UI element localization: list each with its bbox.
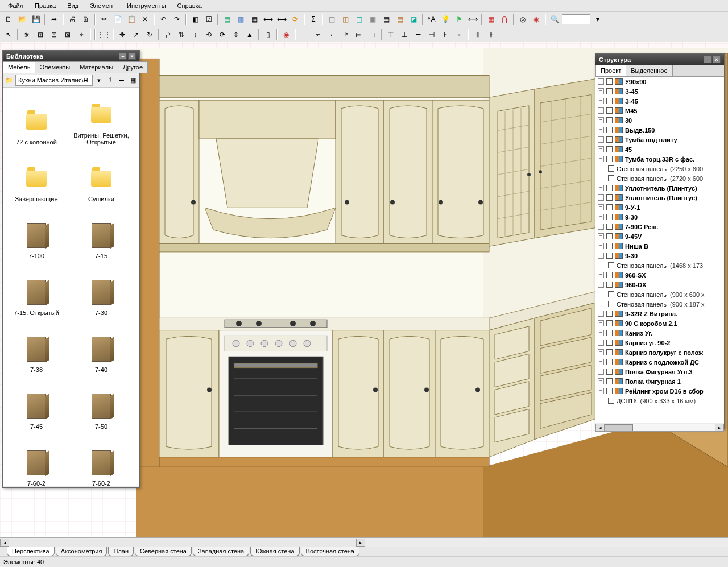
snap-icon[interactable]: ⋇ (20, 28, 33, 41)
tree-node[interactable]: +Рейлинг хром D16 в сбор (595, 386, 724, 396)
target-icon[interactable]: ◉ (280, 28, 292, 41)
move-icon[interactable]: ✥ (116, 28, 129, 41)
library-tab[interactable]: Другое (118, 61, 148, 73)
library-item[interactable]: 7-100 (4, 205, 69, 262)
expander-icon[interactable]: + (598, 107, 604, 114)
expander-icon[interactable]: + (598, 98, 604, 104)
copy-icon[interactable] (111, 13, 124, 26)
menu-Вид[interactable]: Вид (63, 1, 83, 10)
library-item[interactable]: 7-45 (4, 375, 69, 432)
checkbox[interactable] (608, 165, 614, 172)
export-icon[interactable]: ➦ (48, 13, 60, 26)
expander-icon[interactable]: + (598, 78, 604, 85)
light-icon[interactable]: 💡 (439, 13, 452, 26)
expander-icon[interactable]: + (598, 194, 604, 201)
expander-icon[interactable]: + (598, 146, 604, 152)
expander-icon[interactable]: + (598, 378, 604, 384)
tree-node[interactable]: +Карниз уг. 90-2 (595, 338, 724, 347)
align-icon[interactable]: ⊢ (412, 28, 424, 41)
cursor-icon[interactable]: ↖ (2, 28, 15, 41)
tree-node[interactable]: +З-45 (595, 96, 724, 106)
checkbox[interactable] (606, 272, 613, 278)
viewport-hscroll[interactable]: ◂ ▸ (0, 537, 728, 547)
magnet-icon[interactable]: ⋂ (498, 13, 511, 26)
box-icon[interactable]: ◫ (339, 13, 351, 26)
menu-Инструменты[interactable]: Инструменты (122, 1, 171, 10)
checkbox[interactable] (606, 233, 613, 239)
tree-node[interactable]: +9-У-1 (595, 202, 724, 212)
tree-node[interactable]: ДСП16(900 x 333 x 16 мм) (595, 396, 724, 405)
library-item[interactable]: Завершающие (4, 148, 69, 205)
tree-node[interactable]: +Тумба торц.33R с фас. (595, 154, 724, 164)
transform-icon[interactable]: ▲ (243, 28, 256, 41)
snap-icon[interactable]: ⊠ (61, 28, 74, 41)
scroll-right-icon[interactable]: ▸ (356, 539, 365, 547)
tree-node[interactable]: +У90х90 (595, 77, 724, 86)
distribute-icon[interactable]: ⫵ (485, 28, 497, 41)
align-icon[interactable]: ⊥ (398, 28, 411, 41)
tool-icon[interactable]: ☑ (202, 13, 215, 26)
expander-icon[interactable]: + (598, 117, 604, 123)
tree-node[interactable]: +З-45 (595, 86, 724, 96)
checkbox[interactable] (606, 98, 613, 104)
checkbox[interactable] (606, 214, 613, 220)
structure-tree[interactable]: +У90х90+З-45+З-45+М45+30+Выдв.150+Тумба … (595, 77, 724, 423)
dropdown-icon[interactable]: ▾ (592, 13, 604, 26)
tree-node[interactable]: +7-90С Реш. (595, 222, 724, 231)
box-icon[interactable]: ◫ (325, 13, 338, 26)
zoom-icon[interactable]: 🔍 (548, 13, 561, 26)
checkbox[interactable] (606, 378, 613, 384)
tree-node[interactable]: Стеновая панель(1468 x 173 (595, 260, 724, 270)
close-icon[interactable]: × (713, 56, 721, 63)
library-item[interactable]: 7-30 (69, 262, 134, 318)
target-icon[interactable]: ◎ (516, 13, 529, 26)
cut-icon[interactable] (98, 13, 110, 26)
text-icon[interactable]: ᵃA (425, 13, 438, 26)
expander-icon[interactable]: + (598, 253, 604, 259)
expander-icon[interactable]: + (598, 185, 604, 191)
expander-icon[interactable]: + (598, 282, 604, 288)
tree-node[interactable]: +Тумба под плиту (595, 135, 724, 144)
expander-icon[interactable]: + (598, 224, 604, 230)
view-tab[interactable]: Южная стена (250, 547, 299, 556)
library-item[interactable]: 7-60-2 (4, 432, 69, 486)
align-icon[interactable]: ⊤ (384, 28, 397, 41)
checkbox[interactable] (606, 320, 613, 326)
paste-icon[interactable] (125, 13, 138, 26)
checkbox[interactable] (608, 398, 614, 404)
view-grid-icon[interactable]: ▦ (128, 75, 138, 85)
menu-Файл[interactable]: Файл (3, 1, 28, 10)
menu-Правка[interactable]: Правка (30, 1, 60, 10)
tree-node[interactable]: +30 (595, 115, 724, 125)
view-tab[interactable]: Западная стена (193, 547, 249, 556)
tree-node[interactable]: +Уплотнитель (Плинтус) (595, 183, 724, 193)
transform-icon[interactable]: ⇄ (162, 28, 174, 41)
grid-snap-icon[interactable]: ⋮⋮ (98, 28, 110, 41)
tree-node[interactable]: Стеновая панель(2250 x 600 (595, 164, 724, 173)
align-icon[interactable]: ⫟ (312, 28, 324, 41)
view-tab[interactable]: Перспектива (7, 547, 55, 556)
expander-icon[interactable]: + (598, 349, 604, 355)
sum-icon[interactable]: Σ (307, 13, 320, 26)
tree-node[interactable]: +Полка Фигурная Угл.3 (595, 367, 724, 376)
tree-node[interactable]: +М45 (595, 106, 724, 115)
checkbox[interactable] (608, 262, 614, 268)
library-tab[interactable]: Материалы (75, 61, 118, 73)
expander-icon[interactable]: + (598, 340, 604, 346)
align-icon[interactable]: ⊧ (453, 28, 465, 41)
checkbox[interactable] (606, 340, 613, 346)
expander-icon[interactable]: + (598, 204, 604, 210)
tree-node[interactable]: +9-45V (595, 231, 724, 241)
tree-node[interactable]: +9-30 (595, 251, 724, 260)
library-titlebar[interactable]: Библиотека – × (3, 51, 139, 61)
expander-icon[interactable]: + (598, 330, 604, 336)
up-folder-icon[interactable]: ⤴ (105, 75, 115, 85)
minimize-icon[interactable]: – (119, 52, 127, 60)
scroll-left-icon[interactable]: ◂ (595, 424, 605, 432)
checkbox[interactable] (606, 253, 613, 259)
align-icon[interactable]: ⫞ (298, 28, 311, 41)
layer-icon[interactable]: ▤ (221, 13, 233, 26)
expander-icon[interactable]: + (598, 388, 604, 394)
cursor2-icon[interactable]: ↗ (130, 28, 142, 41)
expander-icon[interactable]: + (598, 127, 604, 133)
